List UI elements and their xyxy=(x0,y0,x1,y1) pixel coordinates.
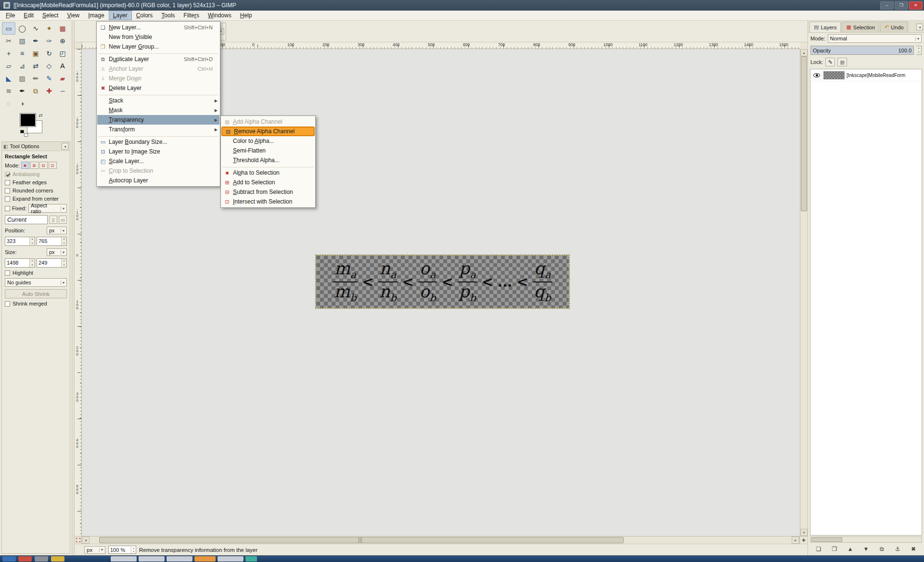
size-unit-select[interactable]: px ▾ xyxy=(47,248,67,256)
menu-item-intersect-with-selection[interactable]: ⊡ Intersect with Selection xyxy=(221,197,315,206)
dock-scrollbar[interactable] xyxy=(810,536,922,543)
lock-alpha-button[interactable]: ▦ xyxy=(837,58,847,66)
spinner-arrows[interactable]: ▴▾ xyxy=(61,237,66,245)
tool-heal[interactable]: ✚ xyxy=(42,85,56,97)
tool-crop[interactable]: ▣ xyxy=(29,47,42,60)
tool-flip[interactable]: ⇄ xyxy=(29,60,42,72)
spin-up-icon[interactable]: ▴ xyxy=(30,259,35,263)
checkbox-box[interactable] xyxy=(5,270,10,276)
size-width-spinner[interactable]: 1498 ▴▾ xyxy=(5,258,35,268)
checkbox-box[interactable] xyxy=(5,301,10,307)
menu-filters[interactable]: Filters xyxy=(179,11,204,20)
mode-intersect[interactable]: ⊡ xyxy=(49,162,57,169)
checkbox-box[interactable] xyxy=(5,180,10,185)
spin-up-icon[interactable]: ▴ xyxy=(62,237,66,242)
ruler-corner[interactable] xyxy=(75,42,82,49)
dock-tab-undo[interactable]: ↶ Undo xyxy=(880,22,908,32)
auto-shrink-button[interactable]: Auto Shrink xyxy=(5,289,67,298)
ratio-input[interactable]: Current xyxy=(5,215,48,224)
checkbox-box[interactable] xyxy=(5,172,10,177)
menu-tools[interactable]: Tools xyxy=(157,11,179,20)
taskbar-item[interactable] xyxy=(111,556,137,562)
menu-select[interactable]: Select xyxy=(38,11,63,20)
vertical-scrollbar[interactable]: ▴ ▾ xyxy=(800,49,808,536)
tool-rectangle-select[interactable]: ▭ xyxy=(2,22,15,35)
spinner-arrows[interactable]: ▴▾ xyxy=(29,237,35,245)
spin-down-icon[interactable]: ▾ xyxy=(62,263,66,268)
spin-down-icon[interactable]: ▾ xyxy=(62,242,66,246)
taskbar-item[interactable] xyxy=(218,556,244,562)
vertical-scroll-track[interactable] xyxy=(800,56,808,529)
tool-blur-sharpen[interactable]: ◌ xyxy=(2,97,15,110)
spin-up-icon[interactable]: ▴ xyxy=(131,547,136,550)
layer-mode-select[interactable]: Normal ▾ xyxy=(828,34,922,43)
new-layer-button[interactable]: ❏ xyxy=(812,544,825,554)
tool-fuzzy-select[interactable]: ✦ xyxy=(42,22,56,35)
tool-ellipse-select[interactable]: ◯ xyxy=(15,22,29,35)
menu-item-alpha-to-selection[interactable]: ■ Alpha to Selection xyxy=(221,168,315,178)
scroll-right-icon[interactable]: ▸ xyxy=(792,536,799,544)
tool-blend[interactable]: ▨ xyxy=(15,72,29,85)
zoom-level-spinner[interactable]: 100 % ▴▾ xyxy=(108,546,136,554)
menu-item-duplicate-layer[interactable]: ⧉ Duplicate Layer Shift+Ctrl+D xyxy=(97,54,219,64)
tool-ink[interactable]: ✒ xyxy=(15,85,29,97)
menu-edit[interactable]: Edit xyxy=(19,11,38,20)
menu-windows[interactable]: Windows xyxy=(204,11,236,20)
tool-select-by-color[interactable]: ▦ xyxy=(56,22,69,35)
opacity-slider[interactable]: Opacity 100.0 xyxy=(810,46,914,55)
spin-down-icon[interactable]: ▾ xyxy=(30,263,35,268)
spin-down-icon[interactable]: ▾ xyxy=(131,550,136,553)
menu-item-scale-layer[interactable]: ◰ Scale Layer... xyxy=(97,156,219,166)
horizontal-scroll-track[interactable] xyxy=(90,536,792,544)
landscape-button[interactable]: ▭ xyxy=(59,216,67,224)
mode-subtract[interactable]: ⊟ xyxy=(39,162,48,169)
menu-item-subtract-from-selection[interactable]: ⊟ Subtract from Selection xyxy=(221,187,315,197)
titlebar[interactable]: ▦ [[Inkscape]MobileReadFormula1] (import… xyxy=(0,0,924,11)
vertical-scroll-thumb[interactable] xyxy=(801,56,807,211)
swap-colors-icon[interactable]: ⇄ xyxy=(38,113,42,118)
taskbar-item[interactable] xyxy=(18,556,32,562)
menu-item-autocrop-layer[interactable]: Autocrop Layer xyxy=(97,176,219,185)
spinner-arrows[interactable]: ▴▾ xyxy=(131,547,136,553)
taskbar-item[interactable] xyxy=(2,556,16,562)
portrait-button[interactable]: ▯ xyxy=(49,216,57,224)
guides-select[interactable]: No guides ▾ xyxy=(5,278,67,287)
menu-item-new-layer[interactable]: ❏ New Layer... Shift+Ctrl+N xyxy=(97,23,219,32)
menu-item-add-to-selection[interactable]: ⊞ Add to Selection xyxy=(221,178,315,187)
menu-item-new-layer-group[interactable]: ❐ New Layer Group... xyxy=(97,42,219,51)
menu-item-color-to-alpha[interactable]: Color to Alpha... xyxy=(221,136,315,146)
new-layer-group-button[interactable]: ❐ xyxy=(828,544,841,554)
tool-shear[interactable]: ▱ xyxy=(2,60,15,72)
tool-color-picker[interactable]: ✑ xyxy=(42,35,56,47)
position-x-spinner[interactable]: 323 ▴▾ xyxy=(5,237,35,246)
tool-pencil[interactable]: ✏ xyxy=(29,72,42,85)
vertical-ruler[interactable]: -400-300-200-1000100200300400500 xyxy=(75,49,82,536)
tool-dodge-burn[interactable]: ◑ xyxy=(15,97,29,110)
spin-down-icon[interactable]: ▾ xyxy=(916,51,921,55)
tool-paintbrush[interactable]: ✎ xyxy=(42,72,56,85)
foreground-color-swatch[interactable] xyxy=(20,114,36,127)
fixed-checkbox[interactable] xyxy=(5,206,10,211)
menu-item-transparency[interactable]: Transparency ▶ xyxy=(97,115,219,125)
tool-free-select[interactable]: ∿ xyxy=(29,22,42,35)
navigation-pan-button[interactable]: ✚ xyxy=(799,536,808,544)
dock-menu-button[interactable]: ◂ xyxy=(916,24,923,30)
fixed-type-select[interactable]: Aspect ratio ▾ xyxy=(28,204,67,213)
spin-down-icon[interactable]: ▾ xyxy=(30,242,35,246)
menu-layer[interactable]: Layer xyxy=(109,11,132,20)
tool-perspective[interactable]: ⊿ xyxy=(15,60,29,72)
tool-cage-transform[interactable]: ◇ xyxy=(42,60,56,72)
taskbar-item[interactable] xyxy=(51,556,64,562)
tool-airbrush[interactable]: ≋ xyxy=(2,85,15,97)
tool-scale[interactable]: ◰ xyxy=(56,47,69,60)
menu-view[interactable]: View xyxy=(63,11,84,20)
menu-help[interactable]: Help xyxy=(236,11,257,20)
taskbar-item[interactable] xyxy=(245,556,257,562)
checkbox-box[interactable] xyxy=(5,188,10,193)
menu-item-layer-boundary-size[interactable]: ▭ Layer Boundary Size... xyxy=(97,137,219,147)
mode-replace[interactable]: ■ xyxy=(21,162,29,169)
menu-colors[interactable]: Colors xyxy=(132,11,157,20)
tool-paths[interactable]: ✒ xyxy=(29,35,42,47)
scroll-left-icon[interactable]: ◂ xyxy=(82,536,90,544)
tool-foreground-select[interactable]: ▧ xyxy=(15,35,29,47)
